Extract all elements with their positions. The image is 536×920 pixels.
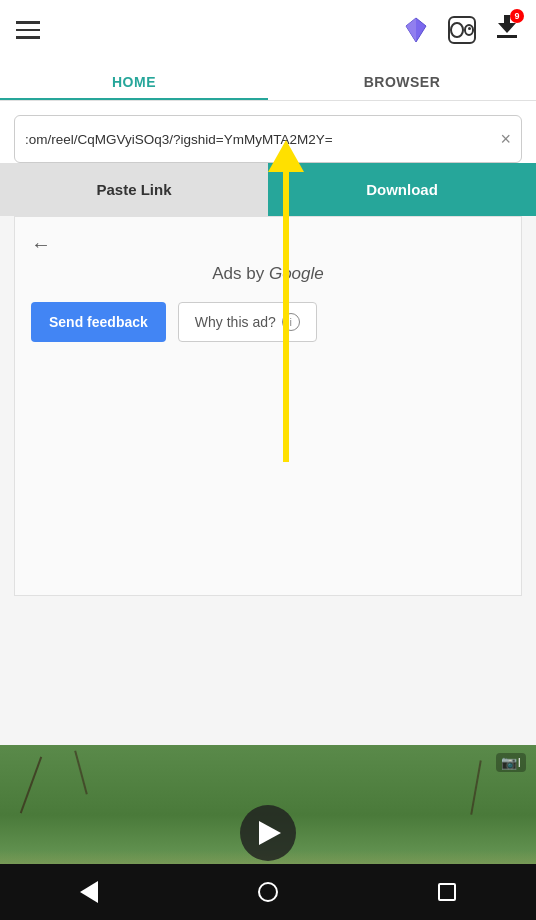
recents-nav-button[interactable] (427, 872, 467, 912)
instagram-icon[interactable] (448, 16, 476, 44)
ad-buttons: Send feedback Why this ad? i (31, 302, 505, 342)
hamburger-menu[interactable] (16, 21, 40, 39)
download-icon[interactable]: 9 (494, 13, 520, 47)
url-clear-button[interactable]: × (492, 129, 511, 150)
tab-home[interactable]: HOME (0, 60, 268, 100)
tab-bar: HOME BROWSER (0, 60, 536, 101)
ad-back-button[interactable]: ← (31, 233, 51, 256)
paste-link-button[interactable]: Paste Link (0, 163, 268, 216)
url-section: :om/reel/CqMGVyiSOq3/?igshid=YmMyMTA2M2Y… (0, 101, 536, 163)
home-icon (258, 882, 278, 902)
why-this-ad-button[interactable]: Why this ad? i (178, 302, 317, 342)
home-nav-button[interactable] (248, 872, 288, 912)
back-nav-button[interactable] (69, 872, 109, 912)
back-icon (80, 881, 98, 903)
diamond-icon[interactable] (402, 16, 430, 44)
ad-area: ← Ads by Google Send feedback Why this a… (14, 216, 522, 596)
top-icons: 9 (402, 13, 520, 47)
ads-by-google: Ads by Google (31, 264, 505, 284)
play-icon (259, 821, 281, 845)
tab-browser[interactable]: BROWSER (268, 60, 536, 100)
play-button[interactable] (240, 805, 296, 861)
url-input[interactable]: :om/reel/CqMGVyiSOq3/?igshid=YmMyMTA2M2Y… (25, 132, 492, 147)
svg-rect-3 (497, 35, 517, 38)
url-bar: :om/reel/CqMGVyiSOq3/?igshid=YmMyMTA2M2Y… (14, 115, 522, 163)
send-feedback-button[interactable]: Send feedback (31, 302, 166, 342)
notification-badge: 9 (510, 9, 524, 23)
top-bar: 9 (0, 0, 536, 60)
recents-icon (438, 883, 456, 901)
camera-icon: 📷I (496, 753, 526, 772)
download-button[interactable]: Download (268, 163, 536, 216)
info-icon: i (282, 313, 300, 331)
action-buttons: Paste Link Download (0, 163, 536, 216)
bottom-navigation (0, 864, 536, 920)
